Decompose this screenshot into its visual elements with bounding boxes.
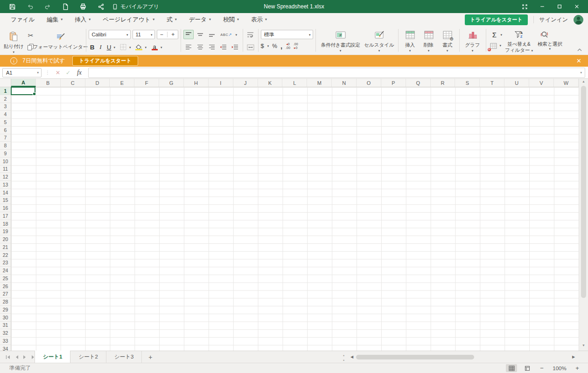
column-header-R[interactable]: R <box>431 79 455 87</box>
row-header-25[interactable]: 25 <box>0 275 11 283</box>
column-header-E[interactable]: E <box>110 79 134 87</box>
insert-function-button[interactable]: fx <box>73 69 85 76</box>
menu-item-データ[interactable]: データ▾ <box>185 14 215 25</box>
sheet-tab-シート1[interactable]: シート1 <box>35 351 70 363</box>
formula-input[interactable]: ▾ <box>88 68 585 78</box>
column-header-I[interactable]: I <box>209 79 233 87</box>
row-header-15[interactable]: 15 <box>0 197 11 205</box>
row-header-34[interactable]: 34 <box>0 345 11 351</box>
cancel-entry-icon[interactable]: ✕ <box>53 69 63 76</box>
horizontal-scroll-thumb[interactable] <box>356 355 474 359</box>
fill-handle[interactable] <box>33 92 36 96</box>
spreadsheet-grid[interactable] <box>11 87 579 351</box>
row-header-11[interactable]: 11 <box>0 166 11 173</box>
number-format-select[interactable]: 標準▾ <box>261 30 313 39</box>
share-icon[interactable] <box>94 1 107 12</box>
select-all-corner[interactable] <box>0 79 11 87</box>
row-header-32[interactable]: 32 <box>0 329 11 337</box>
sign-in-button[interactable]: サインイン <box>539 16 568 24</box>
align-right-button[interactable] <box>207 42 217 52</box>
row-header-12[interactable]: 12 <box>0 173 11 181</box>
insert-cells-button[interactable]: 挿入 ▾ <box>401 27 420 54</box>
row-header-23[interactable]: 23 <box>0 259 11 267</box>
align-bottom-button[interactable] <box>207 30 217 39</box>
currency-button[interactable]: $ <box>261 42 264 49</box>
cut-button[interactable]: ✂ <box>26 31 36 40</box>
avatar[interactable] <box>574 15 583 25</box>
format-painter-button[interactable]: フォーマットペインター <box>38 29 84 54</box>
clear-button[interactable]: ✕ <box>489 41 499 50</box>
row-header-10[interactable]: 10 <box>0 158 11 166</box>
sort-filter-button[interactable]: 並べ替え& フィルター ▾ <box>505 41 533 53</box>
italic-button[interactable]: I <box>97 43 105 51</box>
grow-font-button[interactable]: + <box>171 31 175 38</box>
hscroll-left-icon[interactable]: ◀ <box>350 355 353 359</box>
row-header-8[interactable]: 8 <box>0 142 11 150</box>
autosum-button[interactable]: Σ <box>489 31 501 39</box>
column-header-J[interactable]: J <box>233 79 258 87</box>
row-header-6[interactable]: 6 <box>0 126 11 134</box>
menu-item-表示[interactable]: 表示▾ <box>247 14 271 25</box>
banner-close-icon[interactable]: ✕ <box>576 57 581 64</box>
merge-cells-button[interactable] <box>245 42 256 52</box>
zoom-out-button[interactable]: − <box>538 365 546 372</box>
row-header-17[interactable]: 17 <box>0 212 11 220</box>
confirm-entry-icon[interactable]: ✓ <box>63 69 73 76</box>
column-header-P[interactable]: P <box>381 79 406 87</box>
start-trial-button[interactable]: トライアルをスタート <box>465 14 527 25</box>
align-left-button[interactable] <box>183 42 194 52</box>
formula-bar-expand-icon[interactable]: ▾ <box>580 71 582 74</box>
selected-cell[interactable] <box>11 87 35 95</box>
currency-caret-icon[interactable]: ▾ <box>267 44 269 48</box>
menu-item-ページレイアウト[interactable]: ページレイアウト▾ <box>98 14 159 25</box>
column-header-W[interactable]: W <box>554 79 579 87</box>
column-header-C[interactable]: C <box>61 79 85 87</box>
menu-item-挿入[interactable]: 挿入▾ <box>70 14 95 25</box>
bold-button[interactable]: B <box>89 44 96 51</box>
format-cells-button[interactable]: ⚙ 書式 ▾ <box>438 27 457 54</box>
previous-sheet-icon[interactable] <box>15 355 19 359</box>
row-header-31[interactable]: 31 <box>0 322 11 330</box>
scroll-up-icon[interactable]: ▲ <box>579 80 588 83</box>
column-header-A[interactable]: A <box>11 79 36 87</box>
undo-icon[interactable] <box>23 1 36 12</box>
hscroll-right-icon[interactable]: ▶ <box>572 355 575 359</box>
column-header-O[interactable]: O <box>357 79 381 87</box>
maximize-icon[interactable] <box>551 0 568 13</box>
column-header-L[interactable]: L <box>282 79 307 87</box>
find-select-button[interactable]: 検索と選択 ▾ <box>538 41 562 50</box>
decrease-decimal-button[interactable]: .00 ▸0 <box>294 42 298 49</box>
row-header-26[interactable]: 26 <box>0 283 11 290</box>
vertical-scroll-thumb[interactable] <box>581 86 586 298</box>
font-size-select[interactable]: 11▾ <box>133 30 155 39</box>
row-header-5[interactable]: 5 <box>0 118 11 126</box>
row-header-21[interactable]: 21 <box>0 243 11 251</box>
column-header-D[interactable]: D <box>85 79 110 87</box>
sheet-tab-シート3[interactable]: シート3 <box>106 351 142 363</box>
menu-item-式[interactable]: 式▾ <box>162 14 181 25</box>
row-header-33[interactable]: 33 <box>0 337 11 345</box>
row-header-18[interactable]: 18 <box>0 220 11 228</box>
menu-item-校閲[interactable]: 校閲▾ <box>219 14 243 25</box>
menu-item-編集[interactable]: 編集▾ <box>42 14 67 25</box>
collapse-ribbon-button[interactable] <box>577 48 582 52</box>
normal-view-button[interactable] <box>506 364 517 372</box>
row-header-4[interactable]: 4 <box>0 111 11 118</box>
row-header-29[interactable]: 29 <box>0 306 11 314</box>
fullscreen-icon[interactable] <box>516 0 533 13</box>
sheet-tab-シート2[interactable]: シート2 <box>70 351 106 363</box>
column-header-S[interactable]: S <box>455 79 480 87</box>
font-color-caret-icon[interactable]: ▾ <box>161 46 162 49</box>
vertical-scrollbar[interactable]: ▲ ▼ <box>579 79 588 351</box>
decrease-indent-button[interactable] <box>218 42 229 52</box>
borders-caret-icon[interactable]: ▾ <box>129 46 131 49</box>
fill-color-caret-icon[interactable]: ▾ <box>145 46 147 49</box>
mobile-app-button[interactable]: モバイルアプリ <box>112 3 159 10</box>
column-header-M[interactable]: M <box>307 79 332 87</box>
font-name-select[interactable]: Calibri▾ <box>89 30 131 39</box>
clear-caret-icon[interactable]: ▾ <box>500 44 502 47</box>
banner-trial-button[interactable]: トライアルをスタート <box>72 56 138 66</box>
row-header-3[interactable]: 3 <box>0 103 11 111</box>
borders-button[interactable] <box>118 42 128 52</box>
orientation-caret-icon[interactable]: ▾ <box>236 33 238 36</box>
